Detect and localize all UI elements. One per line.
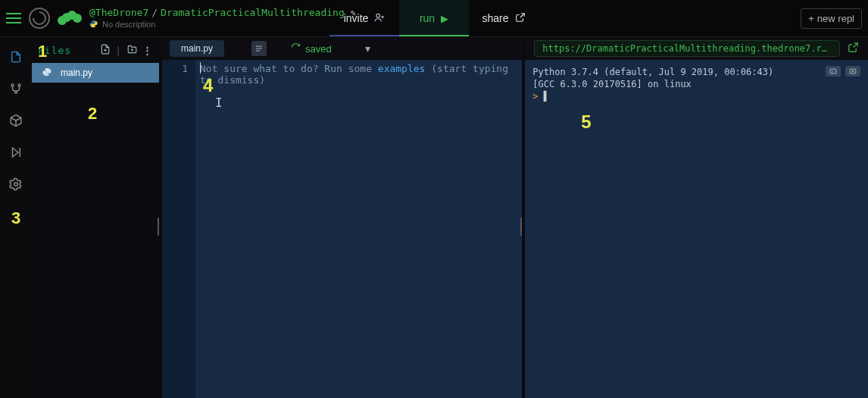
python-file-icon [42, 67, 53, 79]
text-cursor [200, 62, 201, 74]
new-file-icon[interactable] [100, 44, 111, 57]
collaborator-avatars[interactable] [58, 11, 82, 25]
editor-panel: main.py saved ▾ 1 [162, 37, 522, 398]
console-cursor: ▌ [544, 91, 549, 102]
console-clear-icon[interactable] [845, 66, 860, 77]
repl-url-field[interactable]: https://DramaticPracticalMultithreading.… [534, 40, 840, 57]
editor-tabbar: main.py saved ▾ [162, 37, 522, 60]
header-left: @TheDrone7/DramaticPracticalMultithreadi… [6, 0, 365, 36]
play-icon: ▶ [441, 13, 448, 24]
open-in-new-tab-icon[interactable] [848, 42, 859, 55]
project-description[interactable]: No description [102, 20, 155, 29]
annotation-5: 5 [581, 110, 591, 134]
code-editor[interactable]: 1 Not sure what to do? Run some examples… [162, 60, 522, 398]
share-button[interactable]: share [469, 0, 539, 36]
svg-point-4 [14, 183, 18, 186]
invite-user-icon [374, 12, 385, 25]
examples-link[interactable]: examples [378, 63, 426, 74]
run-label: run [420, 12, 435, 24]
project-title[interactable]: @TheDrone7/DramaticPracticalMultithreadi… [89, 8, 356, 18]
line-gutter: 1 [162, 60, 195, 398]
invite-label: invite [344, 12, 369, 24]
settings-rail-icon[interactable] [8, 177, 23, 192]
console-line-1: Python 3.7.4 (default, Jul 9 2019, 00:06… [532, 66, 860, 78]
format-code-icon[interactable] [251, 41, 267, 56]
console-input-icon[interactable] [826, 66, 841, 77]
plus-icon: + [808, 13, 814, 24]
packages-rail-icon[interactable] [8, 113, 23, 128]
file-tree-panel: Files | ⋮ main.py 1 2 [32, 37, 159, 398]
python-icon [89, 20, 98, 28]
placeholder-pre: Not sure what to do? Run some [200, 63, 378, 74]
save-status: saved [291, 42, 332, 55]
console-line-2: [GCC 6.3.0 20170516] on linux [532, 78, 860, 90]
svg-point-0 [376, 14, 380, 17]
new-repl-label: new repl [817, 13, 854, 24]
terminal-output[interactable]: Python 3.7.4 (default, Jul 9 2019, 00:06… [525, 60, 868, 398]
new-repl-button[interactable]: + new repl [801, 8, 862, 29]
annotation-2: 2 [88, 104, 97, 124]
activity-rail: 3 [0, 37, 32, 398]
line-number: 1 [162, 63, 188, 74]
share-icon [515, 12, 526, 25]
editor-placeholder: Not sure what to do? Run some examples (… [200, 63, 508, 86]
hamburger-menu-icon[interactable] [6, 13, 21, 24]
username[interactable]: @TheDrone7 [89, 8, 148, 18]
saved-label: saved [305, 43, 332, 55]
files-rail-icon[interactable] [8, 49, 23, 64]
replit-logo-icon[interactable] [29, 8, 50, 29]
separator: | [115, 45, 122, 56]
file-item-main[interactable]: main.py [32, 63, 159, 83]
debugger-rail-icon[interactable] [8, 145, 23, 160]
new-folder-icon[interactable] [126, 44, 138, 57]
version-control-rail-icon[interactable] [8, 81, 23, 96]
annotation-3: 3 [11, 208, 20, 228]
svg-point-1 [11, 84, 14, 86]
svg-rect-5 [830, 69, 836, 74]
console-panel: https://DramaticPracticalMultithreading.… [525, 37, 868, 398]
files-heading: Files [38, 45, 95, 56]
project-name[interactable]: DramaticPracticalMultithreading [161, 8, 345, 18]
console-prompt: > [532, 91, 538, 102]
invite-button[interactable]: invite [329, 0, 399, 36]
file-more-icon[interactable]: ⋮ [142, 45, 153, 56]
editor-tab-main[interactable]: main.py [170, 40, 224, 57]
refresh-icon [291, 42, 301, 55]
file-item-label: main.py [61, 67, 92, 78]
app-header: @TheDrone7/DramaticPracticalMultithreadi… [0, 0, 868, 37]
mouse-ibeam-cursor: 𝙸 [215, 96, 223, 110]
share-label: share [482, 12, 508, 24]
history-dropdown-icon[interactable]: ▾ [361, 41, 376, 56]
slash: / [151, 8, 158, 18]
run-button[interactable]: run ▶ [399, 0, 469, 36]
svg-point-2 [18, 84, 20, 86]
